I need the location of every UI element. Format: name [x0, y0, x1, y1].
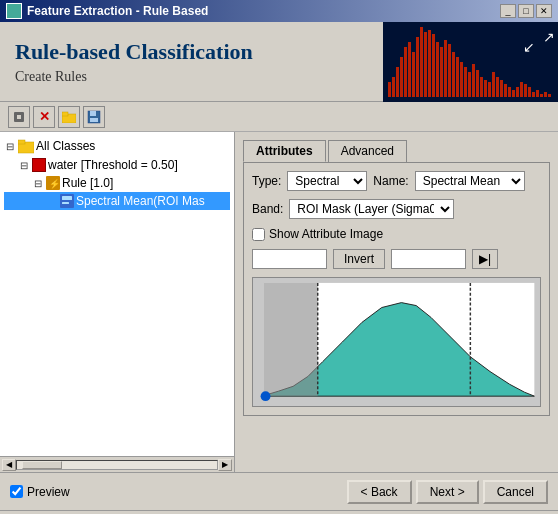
rule-label: Rule [1.0]: [62, 176, 113, 190]
tree-container[interactable]: ⊟ All Classes ⊟ water [Threshold = 0.50]…: [0, 132, 234, 456]
expand-icon[interactable]: ⊟: [34, 178, 46, 189]
left-panel: ⊟ All Classes ⊟ water [Threshold = 0.50]…: [0, 132, 235, 472]
open-tool-button[interactable]: [58, 106, 80, 128]
type-select[interactable]: Spectral: [287, 171, 367, 191]
svg-rect-45: [17, 115, 21, 119]
window-title: Feature Extraction - Rule Based: [27, 4, 208, 18]
svg-rect-5: [404, 47, 407, 97]
svg-text:↗: ↗: [543, 29, 555, 45]
svg-rect-4: [400, 57, 403, 97]
back-button[interactable]: < Back: [347, 480, 412, 504]
tab-advanced[interactable]: Advanced: [328, 140, 407, 162]
svg-rect-29: [500, 80, 503, 97]
tree-item-rule[interactable]: ⊟ ⚡ Rule [1.0]: [4, 174, 230, 192]
invert-button[interactable]: Invert: [333, 249, 385, 269]
svg-rect-27: [492, 72, 495, 97]
red-square-icon: [32, 158, 46, 172]
bottom-bar: Preview < Back Next > Cancel: [0, 472, 558, 510]
type-row: Type: Spectral Name: Spectral Mean: [252, 171, 541, 191]
svg-rect-22: [472, 64, 475, 97]
svg-rect-8: [416, 37, 419, 97]
tab-content: Type: Spectral Name: Spectral Mean Band:…: [243, 162, 550, 416]
svg-rect-37: [532, 92, 535, 97]
svg-rect-2: [392, 77, 395, 97]
band-row: Band: ROI Mask (Layer (Sigma0_VH: [252, 199, 541, 219]
close-button[interactable]: ✕: [536, 4, 552, 18]
water-label: water [Threshold = 0.50]: [48, 158, 178, 172]
svg-rect-60: [264, 283, 318, 396]
min-value-input[interactable]: -31.35565: [252, 249, 327, 269]
scroll-right-btn[interactable]: ▶: [218, 459, 232, 471]
body-split: ⊟ All Classes ⊟ water [Threshold = 0.50]…: [0, 132, 558, 472]
arrow-right-icon: ▶|: [479, 252, 491, 266]
svg-rect-17: [452, 52, 455, 97]
preview-row: Preview: [10, 485, 70, 499]
svg-text:↙: ↙: [523, 39, 535, 55]
delete-tool-button[interactable]: ✕: [33, 106, 55, 128]
svg-rect-26: [488, 82, 491, 97]
svg-rect-12: [432, 34, 435, 97]
tabs: Attributes Advanced: [243, 140, 550, 162]
show-attr-label: Show Attribute Image: [269, 227, 383, 241]
svg-rect-21: [468, 72, 471, 97]
scroll-thumb[interactable]: [22, 461, 62, 469]
value-row: -31.35565 Invert -25.00000 ▶|: [252, 249, 541, 269]
band-select[interactable]: ROI Mask (Layer (Sigma0_VH: [289, 199, 454, 219]
max-value-input[interactable]: -25.00000: [391, 249, 466, 269]
svg-rect-36: [528, 87, 531, 97]
folder-icon: [18, 138, 34, 154]
save-icon: [87, 110, 101, 124]
status-bar: ?: [0, 510, 558, 514]
svg-rect-1: [388, 82, 391, 97]
title-bar: Feature Extraction - Rule Based _ □ ✕: [0, 0, 558, 22]
tree-item-spectral-mean[interactable]: Spectral Mean(ROI Mas: [4, 192, 230, 210]
show-attr-checkbox[interactable]: [252, 228, 265, 241]
svg-rect-52: [18, 140, 25, 144]
svg-rect-13: [436, 42, 439, 97]
sub-title: Create Rules: [15, 69, 368, 85]
svg-rect-49: [90, 111, 96, 116]
maximize-button[interactable]: □: [518, 4, 534, 18]
svg-rect-14: [440, 47, 443, 97]
expand-icon[interactable]: ⊟: [20, 160, 32, 171]
rule-icon: ⚡: [46, 176, 60, 190]
cancel-button[interactable]: Cancel: [483, 480, 548, 504]
next-button[interactable]: Next >: [416, 480, 479, 504]
type-label: Type:: [252, 174, 281, 188]
tab-attributes[interactable]: Attributes: [243, 140, 326, 162]
right-panel: Attributes Advanced Type: Spectral Name:…: [235, 132, 558, 472]
main-title: Rule-based Classification: [15, 39, 368, 65]
band-icon: [60, 194, 74, 208]
expand-icon[interactable]: ⊟: [6, 141, 18, 152]
header-title-area: Rule-based Classification Create Rules: [0, 22, 383, 101]
wrench-icon: [12, 110, 26, 124]
svg-rect-31: [508, 87, 511, 97]
name-select[interactable]: Spectral Mean: [415, 171, 525, 191]
scroll-left-btn[interactable]: ◀: [2, 459, 16, 471]
preview-checkbox[interactable]: [10, 485, 23, 498]
window-controls: _ □ ✕: [500, 4, 552, 18]
svg-rect-9: [420, 27, 423, 97]
tree-item-all-classes[interactable]: ⊟ All Classes: [4, 136, 230, 156]
svg-rect-56: [62, 196, 72, 200]
spectral-mean-label: Spectral Mean(ROI Mas: [76, 194, 205, 208]
header-area: Rule-based Classification Create Rules: [0, 22, 558, 102]
bottom-left: Preview: [10, 485, 70, 499]
svg-rect-23: [476, 70, 479, 97]
settings-tool-button[interactable]: [8, 106, 30, 128]
svg-rect-28: [496, 77, 499, 97]
header-histogram: ↙ ↗: [383, 22, 558, 102]
svg-rect-3: [396, 67, 399, 97]
all-classes-label: All Classes: [36, 139, 95, 153]
svg-rect-32: [512, 90, 515, 97]
svg-rect-38: [536, 90, 539, 97]
tree-item-water[interactable]: ⊟ water [Threshold = 0.50]: [4, 156, 230, 174]
svg-rect-10: [424, 32, 427, 97]
svg-point-63: [261, 391, 271, 401]
save-tool-button[interactable]: [83, 106, 105, 128]
x-icon: ✕: [39, 109, 50, 124]
tree-h-scrollbar[interactable]: ◀ ▶: [0, 456, 234, 472]
minimize-button[interactable]: _: [500, 4, 516, 18]
apply-arrow-button[interactable]: ▶|: [472, 249, 498, 269]
svg-rect-6: [408, 42, 411, 97]
